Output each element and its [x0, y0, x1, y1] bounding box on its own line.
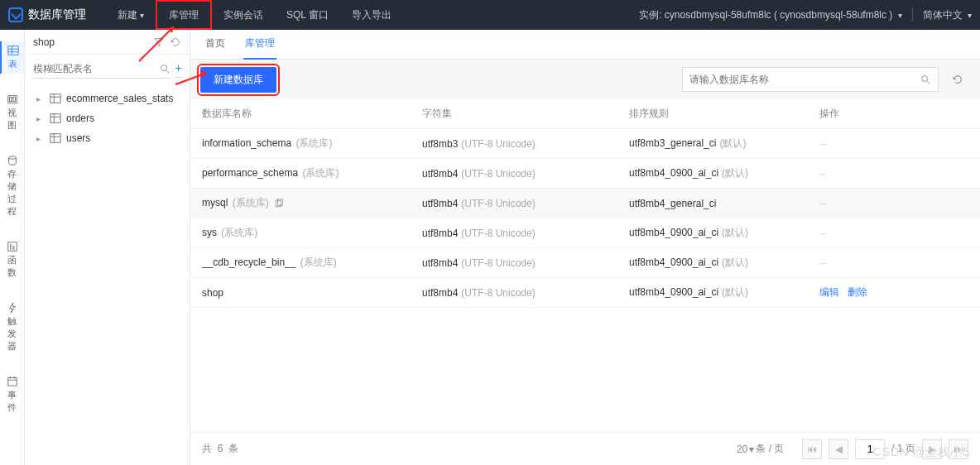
rail-tables[interactable]: 表: [0, 41, 24, 74]
svg-rect-19: [50, 114, 60, 123]
copy-icon[interactable]: [274, 199, 284, 209]
rail-funcs-label: 函 数: [7, 254, 17, 279]
db-search-input[interactable]: [689, 74, 920, 85]
tree-item-label: users: [66, 132, 90, 144]
table-icon: [50, 93, 61, 104]
current-db-name: shop: [33, 36, 148, 48]
default-note: (默认): [719, 137, 746, 149]
menu-sql-window[interactable]: SQL 窗口: [275, 0, 340, 30]
table-header: 数据库名称 字符集 排序规则 操作: [190, 99, 980, 129]
table-row[interactable]: performance_schema (系统库) utf8mb4(UTF-8 U…: [190, 159, 980, 189]
charset-note: (UTF-8 Unicode): [461, 257, 535, 269]
col-collation: 排序规则: [629, 107, 819, 121]
toolbar: 新建数据库: [190, 60, 980, 99]
rail-triggers-label: 触 发 器: [7, 315, 17, 352]
tree-item-label: orders: [66, 113, 94, 124]
sys-label: (系统库): [229, 197, 268, 209]
left-panel-header: shop: [25, 30, 190, 55]
db-name: mysql: [202, 197, 228, 209]
refresh-icon[interactable]: [170, 36, 181, 48]
tab-home[interactable]: 首页: [204, 30, 227, 60]
table-icon: [50, 113, 61, 124]
pager-prev[interactable]: ◀: [829, 439, 848, 459]
icon-rail: 表 视 图 存 储 过 程 fx 函 数 触 发 器 事 件: [0, 30, 25, 465]
chevron-down-icon: ▾: [968, 11, 972, 20]
tree-item[interactable]: ▸ ecommerce_sales_stats: [33, 89, 181, 108]
menu-db-mgmt[interactable]: 库管理: [156, 0, 212, 30]
delete-link[interactable]: 删除: [848, 286, 867, 298]
caret-icon: ▸: [36, 114, 45, 123]
function-icon: fx: [7, 241, 18, 252]
table-row[interactable]: __cdb_recycle_bin__ (系统库) utf8mb4(UTF-8 …: [190, 248, 980, 278]
ops-dash: --: [819, 257, 826, 269]
tree-item[interactable]: ▸ users: [33, 128, 181, 148]
rail-triggers[interactable]: 触 发 器: [0, 299, 24, 356]
ops-dash: --: [819, 138, 826, 150]
page-size-selector[interactable]: 20 ▾ 条 / 页: [737, 442, 784, 456]
svg-text:fx: fx: [9, 243, 15, 252]
menu-new[interactable]: 新建 ▾: [106, 0, 156, 30]
default-note: (默认): [722, 256, 748, 268]
chevron-down-icon: ▾: [898, 11, 902, 20]
search-icon[interactable]: [159, 63, 171, 74]
create-db-button[interactable]: 新建数据库: [200, 67, 276, 93]
table-row[interactable]: sys (系统库) utf8mb4(UTF-8 Unicode) utf8mb4…: [190, 218, 980, 248]
db-name: sys: [202, 227, 217, 238]
sys-label: (系统库): [300, 167, 339, 179]
svg-rect-22: [50, 134, 60, 143]
menu-db-mgmt-label: 库管理: [169, 8, 199, 22]
rail-functions[interactable]: fx 函 数: [0, 237, 24, 282]
language-selector[interactable]: 简体中文 ▾: [923, 8, 972, 22]
svg-point-7: [8, 156, 16, 160]
ops-dash: --: [819, 228, 826, 239]
default-note: (默认): [722, 286, 748, 298]
divider: [912, 8, 913, 22]
rail-procedures[interactable]: 存 储 过 程: [0, 151, 24, 221]
add-table-button[interactable]: +: [174, 61, 183, 78]
sys-label: (系统库): [297, 256, 336, 268]
charset-note: (UTF-8 Unicode): [461, 138, 535, 150]
watermark: CSDN @全栈小5: [872, 445, 970, 460]
refresh-button[interactable]: [945, 67, 970, 92]
table-row[interactable]: shop utf8mb4(UTF-8 Unicode) utf8mb4_0900…: [190, 278, 980, 308]
table-footer: 共 6 条 20 ▾ 条 / 页 ⏮ ◀ / 1 页 ▶ ⏭: [190, 432, 980, 465]
db-table: 数据库名称 字符集 排序规则 操作 information_schema (系统…: [190, 99, 980, 465]
table-tree: ▸ ecommerce_sales_stats▸ orders▸ users: [25, 84, 190, 153]
search-icon[interactable]: [920, 74, 931, 85]
left-search-row: +: [25, 55, 190, 84]
caret-icon: ▸: [36, 134, 45, 143]
table-body: information_schema (系统库) utf8mb3(UTF-8 U…: [190, 129, 980, 308]
rail-views[interactable]: 视 图: [0, 90, 24, 135]
charset: utf8mb4: [422, 257, 458, 269]
procedure-icon: [7, 155, 18, 166]
edit-link[interactable]: 编辑: [819, 286, 839, 298]
rail-events[interactable]: 事 件: [0, 372, 24, 417]
charset-note: (UTF-8 Unicode): [461, 198, 535, 209]
refresh-icon: [952, 74, 963, 85]
tab-db-mgmt-label: 库管理: [245, 36, 275, 50]
sys-label: (系统库): [293, 137, 332, 149]
chevron-down-icon: ▾: [749, 443, 754, 455]
filter-icon[interactable]: [153, 36, 165, 48]
language-label: 简体中文: [923, 9, 963, 21]
instance-selector[interactable]: 实例: cynosdbmysql-58ufm8lc ( cynosdbmysql…: [639, 8, 901, 22]
tab-db-mgmt[interactable]: 库管理: [243, 30, 276, 60]
logo-icon: [8, 7, 23, 22]
table-search-input[interactable]: [31, 60, 159, 78]
db-name: performance_schema: [202, 167, 298, 179]
table-row[interactable]: mysql (系统库) utf8mb4(UTF-8 Unicode) utf8m…: [190, 189, 980, 218]
menu-sessions[interactable]: 实例会话: [212, 0, 275, 30]
collation: utf8mb4_0900_ai_ci: [629, 286, 718, 298]
menu-import-export[interactable]: 导入导出: [340, 0, 403, 30]
rail-tables-label: 表: [8, 58, 17, 70]
left-panel: shop + ▸ ecommerce_sales_stats▸ orders▸ …: [25, 30, 190, 465]
charset: utf8mb4: [422, 168, 458, 180]
table-row[interactable]: information_schema (系统库) utf8mb3(UTF-8 U…: [190, 129, 980, 159]
svg-point-25: [922, 76, 928, 82]
table-icon: [7, 45, 19, 56]
tree-item[interactable]: ▸ orders: [33, 108, 181, 128]
instance-label: 实例: cynosdbmysql-58ufm8lc ( cynosdbmysql…: [639, 9, 892, 21]
pager-first[interactable]: ⏮: [802, 439, 822, 459]
app-title: 数据库管理: [28, 7, 86, 22]
charset: utf8mb3: [422, 138, 458, 150]
